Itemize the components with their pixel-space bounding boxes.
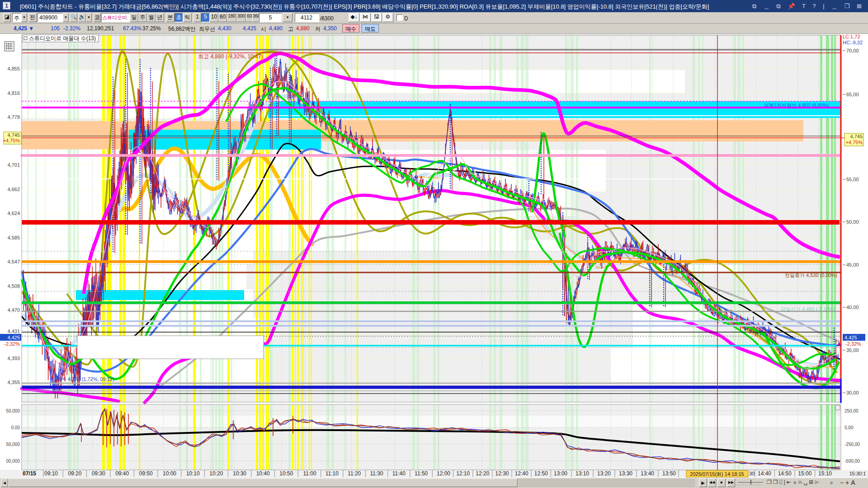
svg-text:2025/07/15(화) 14:18:15: 2025/07/15(화) 14:18:15 — [690, 471, 744, 477]
svg-text:최고 4,880 (-9,32%, 10:47): 최고 4,880 (-9,32%, 10:47) — [198, 53, 263, 60]
svg-text:14:50: 14:50 — [778, 470, 792, 477]
svg-text:4,624: 4,624 — [7, 211, 20, 216]
svg-text:+4,75%: +4,75% — [845, 140, 863, 145]
svg-text:최저 4,350 (1,72%, 09:12): 최저 4,350 (1,72%, 09:12) — [57, 376, 114, 382]
svg-text:12:50: 12:50 — [534, 470, 548, 477]
svg-text:4,431: 4,431 — [7, 328, 20, 334]
svg-text:11:20: 11:20 — [348, 470, 361, 477]
svg-text:12:40: 12:40 — [515, 470, 528, 477]
svg-text:12:20: 12:20 — [476, 470, 489, 477]
svg-text:13:40: 13:40 — [641, 470, 654, 477]
svg-text:4,778: 4,778 — [7, 114, 20, 120]
svg-text:-2,32%: -2,32% — [4, 341, 20, 347]
svg-text:+4,75%: +4,75% — [3, 138, 20, 143]
svg-text:09:20: 09:20 — [68, 470, 81, 477]
svg-text:4,508: 4,508 — [7, 283, 20, 289]
svg-text:4,662: 4,662 — [7, 187, 20, 192]
svg-text:4,701: 4,701 — [7, 162, 20, 168]
svg-text:250,00: 250,00 — [844, 408, 859, 413]
svg-text:-250,00: -250,00 — [844, 442, 860, 447]
svg-text:09:40: 09:40 — [115, 470, 129, 477]
svg-text:4,393: 4,393 — [7, 356, 20, 361]
svg-text:12:00: 12:00 — [437, 470, 450, 477]
svg-text:당일시가 4,480 (-1,10%): 당일시가 4,480 (-1,10%) — [781, 306, 835, 312]
svg-text:피봇1차저항선 4,802 (6,00%): 피봇1차저항선 4,802 (6,00%) — [764, 103, 829, 108]
svg-text:00,000: 00,000 — [6, 459, 20, 464]
svg-text:14:40: 14:40 — [758, 470, 771, 477]
svg-text:전일종가 4,530 (0,00%): 전일종가 4,530 (0,00%) — [785, 272, 837, 278]
svg-text:40,00: 40,00 — [846, 305, 859, 310]
svg-text:09:10: 09:10 — [44, 470, 58, 477]
svg-text:50,000: 50,000 — [6, 408, 20, 413]
svg-text:11:50: 11:50 — [415, 470, 428, 477]
svg-text:65,00: 65,00 — [846, 92, 859, 97]
svg-text:10:50: 10:50 — [279, 470, 293, 477]
svg-text:4,547: 4,547 — [7, 259, 20, 264]
svg-text:스튜디오미르 매물대 수(13): 스튜디오미르 매물대 수(13) — [29, 35, 96, 42]
svg-text:70,00: 70,00 — [846, 48, 859, 53]
svg-text:HC:-9,32: HC:-9,32 — [843, 40, 863, 45]
svg-text:09:30: 09:30 — [92, 470, 105, 477]
svg-text:0.00: 0.00 — [11, 425, 20, 430]
svg-text:10:30: 10:30 — [233, 470, 246, 477]
svg-text:12:10: 12:10 — [456, 470, 470, 477]
svg-text:11:40: 11:40 — [392, 470, 406, 477]
svg-text:30,00: 30,00 — [846, 390, 859, 395]
svg-text:11:10: 11:10 — [326, 470, 339, 477]
svg-text:4,470: 4,470 — [7, 307, 20, 313]
svg-text:10:20: 10:20 — [209, 470, 223, 477]
svg-text:13:00: 13:00 — [554, 470, 567, 477]
svg-text:09:50: 09:50 — [139, 470, 153, 477]
svg-text:4,585: 4,585 — [7, 235, 20, 240]
svg-text:4,745: 4,745 — [7, 132, 20, 138]
svg-text:4,425: 4,425 — [844, 335, 857, 340]
svg-text:13:20: 13:20 — [597, 470, 611, 477]
svg-text:30: 30 — [749, 471, 755, 476]
svg-text:50,000: 50,000 — [6, 442, 20, 447]
svg-text:35,00: 35,00 — [846, 347, 859, 353]
svg-text:4,855: 4,855 — [7, 66, 20, 71]
svg-text:13:10: 13:10 — [576, 470, 589, 477]
svg-text:0,00: 0,00 — [844, 425, 854, 430]
svg-text:07/15: 07/15 — [23, 470, 36, 477]
svg-text:-500,00: -500,00 — [844, 459, 860, 464]
svg-text:12:30: 12:30 — [495, 470, 509, 477]
svg-text:4,816: 4,816 — [7, 90, 20, 96]
svg-text:LC:1,72: LC:1,72 — [843, 34, 860, 39]
svg-text:10:40: 10:40 — [256, 470, 270, 477]
svg-text:55,00: 55,00 — [846, 177, 859, 182]
svg-text:11:30: 11:30 — [370, 470, 383, 477]
svg-text:15:30:1: 15:30:1 — [849, 471, 866, 476]
svg-text:10:10: 10:10 — [186, 470, 200, 477]
svg-text:4,355: 4,355 — [7, 380, 20, 385]
svg-text:-2,32%: -2,32% — [845, 341, 861, 347]
svg-text:10:00: 10:00 — [163, 470, 176, 477]
svg-text:45,00: 45,00 — [846, 262, 859, 267]
svg-text:15:00: 15:00 — [798, 470, 811, 477]
svg-text:13:50: 13:50 — [662, 470, 676, 477]
svg-text:50,00: 50,00 — [846, 219, 859, 225]
svg-text:15:10: 15:10 — [818, 470, 832, 477]
svg-text:4,425: 4,425 — [7, 335, 20, 340]
svg-text:4,745: 4,745 — [850, 134, 863, 139]
svg-text:13:30: 13:30 — [619, 470, 632, 477]
svg-text:11:00: 11:00 — [303, 470, 316, 477]
